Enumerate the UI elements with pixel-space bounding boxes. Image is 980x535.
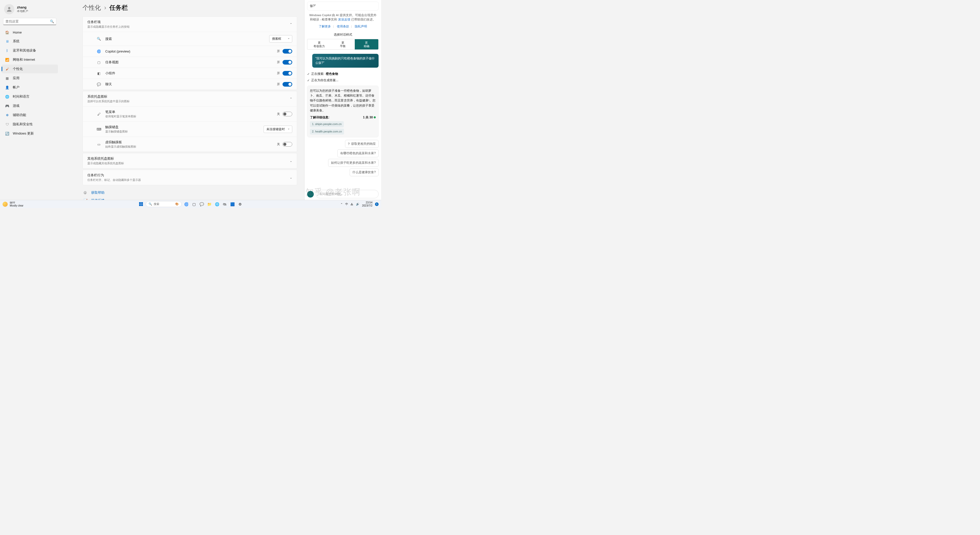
section-taskbar-items[interactable]: 任务栏项 显示或隐藏显示在任务栏上的按钮 ⌃ [83,17,297,32]
get-help-link[interactable]: 🛈获取帮助 [83,189,297,196]
copilot-prev-snippet: 饭?" [307,2,379,11]
copilot-suggestion[interactable]: 什么是健康饮食? [350,168,379,176]
chat-icon: 💬 [97,83,101,86]
widgets-icon: ◧ [97,72,101,75]
start-button[interactable] [138,201,144,207]
breadcrumb-parent[interactable]: 个性化 [83,4,101,11]
taskbar-edge[interactable]: 🌐 [214,201,220,207]
nav-item-acc[interactable]: ✲辅助功能 [2,111,58,119]
profile-block[interactable]: zhang 本地帐户 [2,3,58,18]
row-search: 🔍 搜索 搜索框 [83,32,297,46]
nav-item-home[interactable]: 🏠Home [2,28,58,37]
section-taskbar-behavior[interactable]: 任务栏行为 任务栏对齐、标记、自动隐藏和多个显示器 ⌄ [83,170,297,185]
taskbar-copilot[interactable]: 🌀 [183,201,189,207]
taskbar-widgets[interactable]: 🟦 [229,201,235,207]
nav-item-apps[interactable]: ▦应用 [2,74,58,83]
volume-icon[interactable]: 🔊 [356,202,360,206]
copilot-toggle[interactable] [283,49,292,54]
game-icon: 🎮 [5,104,9,108]
breadcrumb: 个性化 › 任务栏 [83,3,297,12]
copilot-style-selector: 更有创造力更平衡更精确 [307,39,379,50]
copilot-source[interactable]: 1. shipin.people.com.cn [310,121,344,127]
nav-item-priv[interactable]: 🛡隐私和安全性 [2,120,58,129]
taskbar-taskview[interactable]: ▢ [191,201,197,207]
row-widgets: ◧ 小组件 开 [83,68,297,79]
chevron-down-icon: ⌄ [290,176,292,179]
send-feedback-link[interactable]: 发送反馈 [338,18,350,21]
help-icon: ? [348,142,350,146]
settings-search[interactable]: 🔍 [3,18,56,25]
learn-more-link[interactable]: 了解更多 [319,25,331,28]
tray-chevron-icon[interactable]: ⌃ [340,203,343,206]
net-icon: 📶 [5,58,9,62]
search-dropdown[interactable]: 搜索框 [269,35,292,43]
breadcrumb-current: 任务栏 [109,4,128,11]
copilot-avatar [307,191,314,197]
style-option[interactable]: 更平衡 [331,39,355,50]
network-icon[interactable]: 🖧 [351,203,353,206]
search-input[interactable] [5,19,50,23]
copilot-suggestion[interactable]: 如何让孩子吃更多的蔬菜和水果? [328,159,379,167]
search-icon: 🔍 [97,37,101,41]
widgets-toggle[interactable] [283,71,292,76]
feedback-link[interactable]: 📝提供反馈 [83,196,297,200]
section-tray-icons[interactable]: 系统托盘图标 选择可以在系统托盘中显示的图标 ⌃ [83,91,297,106]
nav-item-bt[interactable]: ᛒ蓝牙和其他设备 [2,46,58,55]
pen-toggle[interactable] [283,112,292,116]
avatar [4,4,14,14]
taskbar-settings[interactable]: ⚙ [237,201,243,207]
nav-item-game[interactable]: 🎮游戏 [2,102,58,110]
profile-sub: 本地帐户 [17,9,28,13]
style-option[interactable]: 更有创造力 [307,39,331,50]
priv-icon: 🛡 [5,122,9,126]
row-chat: 💬 聊天 开 [83,79,297,90]
notification-badge[interactable]: 5 [375,202,379,206]
section-other-tray[interactable]: 其他系统托盘图标 显示或隐藏其他系统托盘图标 ⌄ [83,153,297,168]
copilot-suggestion[interactable]: ?获取更相关的响应 [345,140,379,148]
chevron-down-icon: ⌄ [290,159,292,163]
copilot-user-message: "我可以为我挑剔的只吃橙色食物的孩子做什么饭?" [312,54,379,68]
weather-icon [3,202,8,207]
taskview-icon: ▢ [97,61,101,64]
ime-indicator[interactable]: 中 [345,202,348,206]
style-option[interactable]: 更精确 [355,39,378,50]
row-pen: 🖊 笔菜单 使用笔时显示笔菜单图标 关 [83,106,297,121]
copilot-footer-links: 了解更多| 使用条款| 隐私声明 [307,25,379,29]
copilot-icon: 🌀 [97,49,101,53]
nav-item-time[interactable]: 🌐时间和语言 [2,92,58,101]
chat-toggle[interactable] [283,82,292,87]
pen-icon: 🖊 [97,112,101,116]
touchpad-toggle[interactable] [283,142,292,146]
row-taskview: ▢ 任务视图 开 [83,57,297,68]
svg-rect-4 [141,204,143,206]
copilot-suggestion[interactable]: 有哪些橙色的蔬菜和水果? [337,150,379,157]
taskbar-store[interactable]: 🛍 [221,201,228,207]
chevron-up-icon: ⌃ [290,22,292,26]
svg-point-0 [8,7,11,9]
touchkb-dropdown[interactable]: 未连接键盘时 [264,126,292,133]
nav-item-net[interactable]: 📶网络和 Internet [2,55,58,64]
terms-link[interactable]: 使用条款 [337,25,349,28]
copilot-notice: Windows Copilot 由 AI 提供支持。可能会出现意外和错误 - 检… [307,13,379,22]
nav-item-upd[interactable]: 🔄Windows 更新 [2,129,58,138]
copilot-source[interactable]: 2. health.people.com.cn [310,129,344,135]
keyboard-icon: ⌨ [97,127,101,131]
taskbar-chat[interactable]: 💬 [199,201,205,207]
taskbar-weather[interactable]: 98°FMostly clear [3,201,23,207]
privacy-link[interactable]: 隐私声明 [355,25,367,28]
taskbar-explorer[interactable]: 📁 [206,201,212,207]
nav-item-pers[interactable]: 🖌个性化 [2,65,58,73]
acct-icon: 👤 [5,85,9,89]
copilot-input[interactable]: 有问题尽管问我... [316,190,379,198]
taskbar-clock[interactable]: 23:542023/7/2 [362,201,372,207]
windows-taskbar: 98°FMostly clear 🔍 搜索🎨 🌀 ▢ 💬 📁 🌐 🛍 🟦 ⚙ ⌃… [0,200,381,208]
nav-item-system[interactable]: 🖥系统 [2,37,58,46]
pers-icon: 🖌 [5,67,9,71]
taskview-toggle[interactable] [283,60,292,65]
copilot-status-gen: ✓正在为你生成答案... [307,78,379,83]
taskbar-search[interactable]: 🔍 搜索🎨 [146,201,181,207]
copilot-status-search: ✓正在搜索: 橙色食物 [307,72,379,76]
row-touchpad: ▭ 虚拟触摸板 始终显示虚拟触摸板图标 关 [83,137,297,152]
nav-item-acct[interactable]: 👤帐户 [2,83,58,92]
system-icon: 🖥 [5,39,9,43]
